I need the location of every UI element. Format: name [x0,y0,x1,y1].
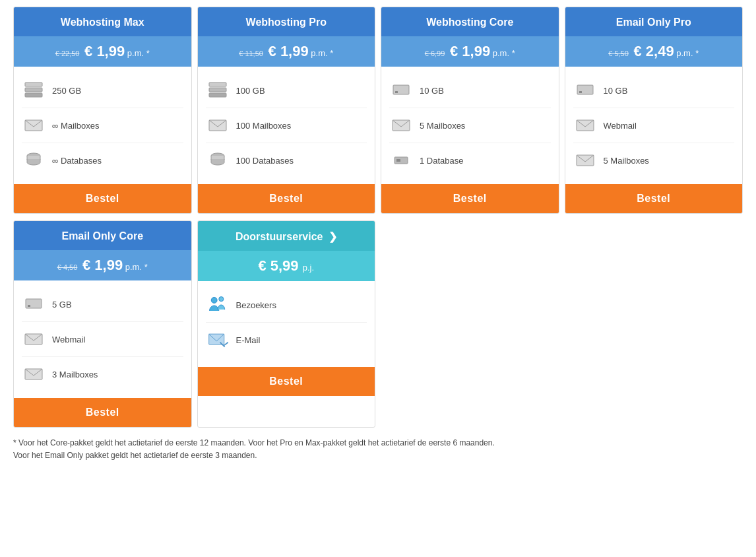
svg-rect-11 [395,91,398,93]
svg-rect-25 [208,334,224,344]
svg-point-24 [218,297,223,302]
plan-price-core: € 6,99 € 1,99 p.m. * [381,36,559,67]
mailbox-icon-max [22,114,46,137]
mailbox-text-core: 5 Mailboxes [420,121,465,131]
hdd-icon-max [22,79,46,102]
svg-rect-2 [25,93,42,97]
database-icon-pro [206,148,230,172]
svg-rect-14 [396,159,400,162]
webmail-text-email-core: Webmail [52,335,85,344]
feature-mailbox-pro: 100 Mailboxes [206,108,367,143]
bestel-button-max[interactable]: Bestel [14,184,191,213]
feature-storage-pro: 100 GB [206,73,367,108]
db-text-max: ∞ Databases [52,156,102,166]
feature-email-doorstuur: E-Mail [206,323,367,357]
storage-text-core: 10 GB [420,86,444,96]
plan-webhosting-max: Webhosting Max € 22,50 € 1,99 p.m. * 250… [13,7,192,214]
plan-header-email-pro: Email Only Pro [565,7,743,36]
plan-price-email-core: € 4,50 € 1,99 p.m. * [14,250,191,280]
feature-webmail-email-core: Webmail [22,322,183,357]
plan-features-email-pro: 10 GB Webmail 5 Mailboxe [565,67,743,184]
plan-header-core: Webhosting Core [381,7,559,36]
mailbox2-icon-email-core [22,362,46,386]
db-text-core: 1 Database [420,156,464,166]
doorstuur-header: Doorstuurservice ❯ [198,221,375,251]
doorstuur-price: € 5,99 p.j. [198,251,375,281]
mailbox-icon-pro [206,114,230,137]
plan-header-pro: Webhosting Pro [198,7,375,36]
plan-features-max: 250 GB ∞ Mailboxes [14,67,191,184]
bezoekers-text: Bezoekers [236,300,276,310]
feature-webmail-email-pro: Webmail [573,108,735,143]
bestel-button-email-core[interactable]: Bestel [14,398,191,427]
email-text-doorstuur: E-Mail [236,335,261,345]
mailbox2-icon-email-pro [573,148,597,172]
database-icon-core [389,148,413,172]
mailbox-text-max: ∞ Mailboxes [52,121,99,131]
bezoekers-icon [206,293,230,317]
plan-price-pro: € 11,50 € 1,99 p.m. * [198,36,375,67]
plan-email-only-core: Email Only Core € 4,50 € 1,99 p.m. * 5 G… [13,220,192,428]
webmail-icon-email-pro [573,114,597,137]
webmail-icon-email-core [22,327,46,351]
plan-email-only-pro: Email Only Pro € 5,50 € 2,49 p.m. * 10 G… [565,7,743,214]
svg-point-23 [211,297,217,303]
doorstuur-features: Bezoekers E-Mail [198,281,375,367]
chevron-right-icon: ❯ [329,230,337,243]
feature-db-max: ∞ Databases [22,143,183,178]
svg-rect-16 [579,91,582,93]
storage-text-pro: 100 GB [236,86,265,96]
plan-webhosting-core: Webhosting Core € 6,99 € 1,99 p.m. * 10 … [381,7,559,214]
storage-text-max: 250 GB [52,86,81,96]
plan-price-email-pro: € 5,50 € 2,49 p.m. * [565,36,743,67]
hdd-icon-pro [206,79,230,102]
feature-bezoekers: Bezoekers [206,288,367,323]
bestel-button-email-pro[interactable]: Bestel [565,184,743,213]
pricing-row-2: Email Only Core € 4,50 € 1,99 p.m. * 5 G… [13,220,743,428]
svg-rect-0 [25,82,42,86]
plan-price-max: € 22,50 € 1,99 p.m. * [14,36,191,67]
svg-rect-1 [25,88,42,92]
plan-webhosting-pro: Webhosting Pro € 11,50 € 1,99 p.m. * 100… [197,7,376,214]
db-text-pro: 100 Databases [236,156,294,166]
feature-mailbox-core: 5 Mailboxes [389,108,551,143]
pricing-row-1: Webhosting Max € 22,50 € 1,99 p.m. * 250… [13,7,743,214]
feature-storage-core: 10 GB [389,73,551,108]
database-icon-max [22,148,46,172]
hdd-icon-core [389,79,413,102]
feature-db-core: 1 Database [389,143,551,178]
svg-rect-6 [209,88,226,92]
webmail-text-email-pro: Webmail [604,121,637,131]
svg-rect-7 [209,93,226,97]
feature-mailbox-email-core: 3 Mailboxes [22,357,183,391]
svg-rect-5 [209,82,226,86]
feature-mailbox-max: ∞ Mailboxes [22,108,183,143]
bestel-button-core[interactable]: Bestel [381,184,559,213]
bestel-button-doorstuur[interactable]: Bestel [198,367,375,396]
plan-features-core: 10 GB 5 Mailboxes 1 Data [381,67,559,184]
mailbox-text-email-pro: 5 Mailboxes [604,156,649,166]
plan-features-email-core: 5 GB Webmail 3 Mailboxes [14,280,191,398]
feature-mailbox-email-pro: 5 Mailboxes [573,143,735,178]
storage-text-email-core: 5 GB [52,300,72,310]
footnote: * Voor het Core-pakket geldt het actieta… [13,437,743,462]
feature-storage-max: 250 GB [22,73,183,108]
plan-header-email-core: Email Only Core [14,221,191,250]
hdd-icon-email-pro [573,79,597,102]
feature-db-pro: 100 Databases [206,143,367,178]
mailbox-text-pro: 100 Mailboxes [236,121,292,131]
plan-features-pro: 100 GB 100 Mailboxes [198,67,375,184]
email-icon-doorstuur [206,328,230,352]
plan-header-max: Webhosting Max [14,7,191,36]
feature-storage-email-core: 5 GB [22,287,183,322]
storage-text-email-pro: 10 GB [604,86,628,96]
plan-doorstuurservice: Doorstuurservice ❯ € 5,99 p.j. Bezoekers [197,220,376,428]
feature-storage-email-pro: 10 GB [573,73,735,108]
mailbox-text-email-core: 3 Mailboxes [52,370,98,379]
mailbox-icon-core [389,114,413,137]
svg-rect-20 [28,305,30,307]
bestel-button-pro[interactable]: Bestel [198,184,375,213]
hdd-icon-email-core [22,292,46,316]
